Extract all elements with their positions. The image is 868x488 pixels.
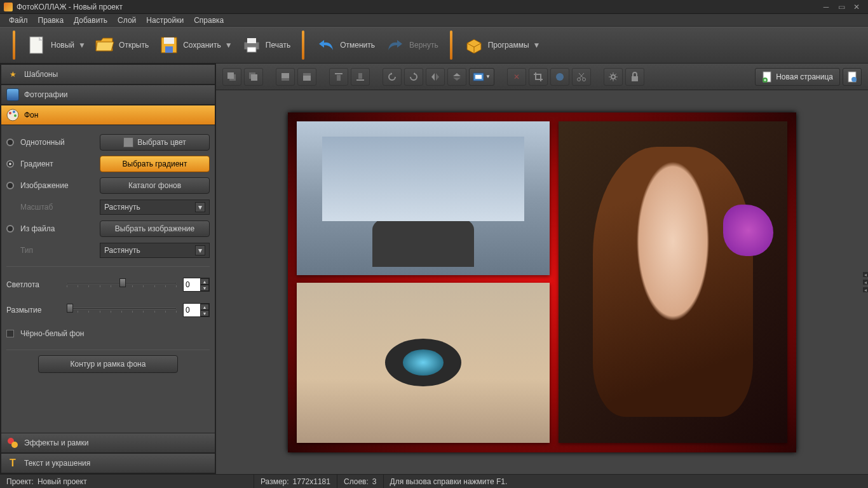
- size-value: 1772x1181: [293, 477, 330, 486]
- canvas-toolbar: ▼ ✕ Новая страница: [216, 64, 868, 90]
- radio-solid[interactable]: [6, 139, 14, 146]
- color-icon[interactable]: [550, 68, 569, 86]
- sidebar-tab-effects[interactable]: Эффекты и рамки: [1, 433, 215, 453]
- cut-icon[interactable]: [572, 68, 591, 86]
- bw-checkbox[interactable]: [6, 330, 14, 337]
- save-button[interactable]: Сохранить ▼: [154, 32, 236, 58]
- print-button[interactable]: Печать: [236, 32, 295, 58]
- collage-canvas[interactable]: [288, 112, 796, 452]
- menu-help[interactable]: Справка: [189, 15, 229, 26]
- svg-rect-20: [303, 76, 311, 81]
- color-swatch: [123, 137, 133, 147]
- pick-gradient-button[interactable]: Выбрать градиент: [100, 156, 210, 172]
- lock-icon[interactable]: [625, 68, 644, 86]
- spin-up-icon[interactable]: ▲: [200, 278, 209, 285]
- layer-up-icon[interactable]: [276, 68, 295, 86]
- open-label: Открыть: [119, 41, 149, 50]
- close-button[interactable]: ✕: [849, 2, 864, 12]
- new-file-icon: [27, 35, 47, 55]
- spin-down-icon[interactable]: ▼: [200, 310, 209, 316]
- flip-h-icon[interactable]: [426, 68, 445, 86]
- photo-layer-2[interactable]: [297, 283, 550, 443]
- blur-input[interactable]: [184, 304, 200, 316]
- blur-slider[interactable]: [67, 308, 177, 313]
- open-button[interactable]: Открыть: [90, 32, 154, 58]
- pick-color-button[interactable]: Выбрать цвет: [100, 134, 210, 151]
- brightness-slider[interactable]: [67, 282, 177, 287]
- bw-label: Чёрно-белый фон: [20, 329, 85, 338]
- save-label: Сохранить: [183, 41, 221, 50]
- settings-icon[interactable]: [604, 68, 623, 86]
- dropdown-icon: ▼: [225, 41, 231, 50]
- canvas-viewport[interactable]: ◂◂◂: [216, 90, 868, 474]
- menu-file[interactable]: Файл: [4, 15, 33, 26]
- flip-v-icon[interactable]: [447, 68, 466, 86]
- programs-button[interactable]: Программы ▼: [459, 32, 545, 58]
- maximize-button[interactable]: ▭: [834, 2, 849, 12]
- pick-image-label: Выбрать изображение: [115, 224, 194, 233]
- window-title: ФотоКОЛЛАЖ - Новый проект: [17, 3, 818, 11]
- brightness-spinner[interactable]: ▲▼: [183, 278, 210, 292]
- new-button[interactable]: Новый ▼: [22, 32, 90, 58]
- rotate-left-icon[interactable]: [383, 68, 402, 86]
- svg-rect-5: [247, 38, 256, 43]
- project-label: Проект:: [6, 477, 34, 486]
- new-page-button[interactable]: Новая страница: [755, 68, 840, 86]
- crop-icon[interactable]: [529, 68, 548, 86]
- from-file-label: Из файла: [20, 224, 93, 233]
- sidebar-tab-templates[interactable]: ★ Шаблоны: [1, 64, 215, 85]
- frame-button[interactable]: Контур и рамка фона: [38, 355, 178, 373]
- bring-front-icon[interactable]: [222, 68, 241, 86]
- radio-gradient[interactable]: [6, 160, 14, 168]
- catalog-button[interactable]: Каталог фонов: [100, 177, 210, 194]
- svg-rect-31: [632, 76, 638, 81]
- menu-edit[interactable]: Правка: [33, 15, 69, 26]
- menu-settings[interactable]: Настройки: [141, 15, 189, 26]
- photo-layer-3[interactable]: [559, 121, 787, 443]
- save-icon: [159, 35, 179, 55]
- minimize-button[interactable]: ─: [818, 2, 834, 12]
- catalog-label: Каталог фонов: [128, 181, 181, 190]
- sidebar-tab-text[interactable]: T Текст и украшения: [1, 453, 215, 473]
- blur-spinner[interactable]: ▲▼: [183, 303, 210, 317]
- scale-select[interactable]: Растянуть ▾: [100, 200, 210, 215]
- menu-add[interactable]: Добавить: [69, 15, 112, 26]
- dropdown-icon: ▼: [78, 41, 85, 50]
- undo-button[interactable]: Отменить: [311, 32, 380, 58]
- statusbar: Проект: Новый проект Размер: 1772x1181 С…: [0, 474, 868, 488]
- app-icon: [4, 3, 13, 11]
- type-value: Растянуть: [104, 246, 140, 255]
- align-bottom-icon[interactable]: [351, 68, 370, 86]
- rotate-right-icon[interactable]: [404, 68, 423, 86]
- type-label: Тип: [20, 246, 93, 255]
- divider: [6, 266, 210, 267]
- delete-icon[interactable]: ✕: [507, 68, 526, 86]
- menu-layer[interactable]: Слой: [112, 15, 141, 26]
- radio-image[interactable]: [6, 182, 14, 189]
- photo-layer-1[interactable]: [297, 121, 550, 275]
- help-hint: Для вызова справки нажмите F1.: [390, 477, 508, 486]
- scale-label: Масштаб: [20, 203, 93, 212]
- templates-label: Шаблоны: [24, 70, 58, 79]
- panel-collapse-handles[interactable]: ◂◂◂: [863, 272, 868, 292]
- pick-color-label: Выбрать цвет: [137, 138, 186, 147]
- layers-label: Слоев:: [344, 477, 369, 486]
- fit-screen-button[interactable]: ▼: [469, 68, 494, 86]
- pick-image-button[interactable]: Выбрать изображение: [100, 220, 210, 237]
- box-icon: [464, 35, 484, 55]
- brightness-input[interactable]: [184, 278, 200, 291]
- redo-button[interactable]: Вернуть: [380, 32, 444, 58]
- brightness-label: Светлота: [6, 280, 60, 289]
- spin-down-icon[interactable]: ▼: [200, 285, 209, 291]
- spin-up-icon[interactable]: ▲: [200, 304, 209, 310]
- sidebar-tab-photos[interactable]: Фотографии: [1, 85, 215, 105]
- svg-point-35: [851, 77, 857, 82]
- layer-down-icon[interactable]: [297, 68, 316, 86]
- type-select[interactable]: Растянуть ▾: [100, 243, 210, 258]
- sidebar-tab-background[interactable]: Фон: [1, 105, 215, 125]
- gradient-label: Градиент: [20, 159, 93, 168]
- radio-from-file[interactable]: [6, 225, 14, 233]
- page-settings-icon[interactable]: [843, 68, 862, 86]
- align-top-icon[interactable]: [329, 68, 348, 86]
- send-back-icon[interactable]: [244, 68, 263, 86]
